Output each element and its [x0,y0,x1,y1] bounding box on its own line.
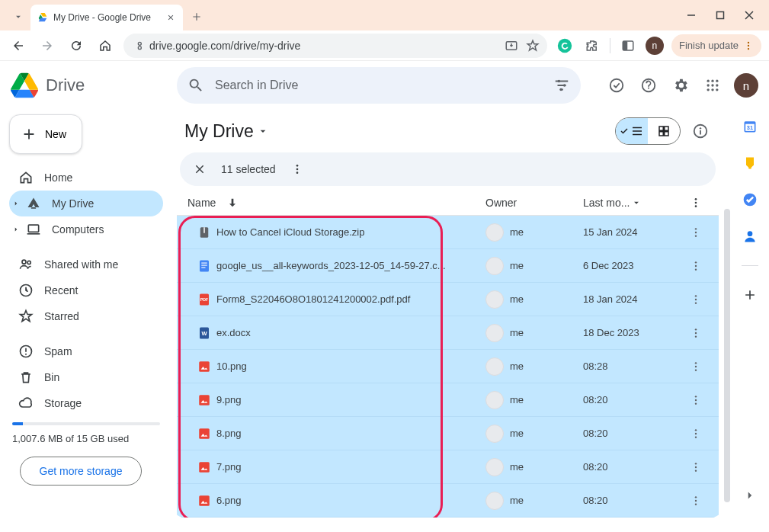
file-row[interactable]: Wex.docxme18 Dec 2023 [177,316,719,350]
svg-rect-43 [203,227,205,233]
file-list[interactable]: How to Cancel iCloud Storage.zipme15 Jan… [177,216,719,518]
sidebar-item-starred[interactable]: Starred [9,303,163,329]
file-more-button[interactable] [682,428,710,440]
sidebar-item-recent[interactable]: Recent [9,277,163,303]
clear-selection-button[interactable] [191,160,209,178]
nav-home[interactable] [95,35,116,56]
toolbar-divider [610,38,610,53]
file-type-icon [186,460,216,474]
side-panel-button[interactable] [618,36,638,56]
browser-tab[interactable]: My Drive - Google Drive [30,5,183,30]
new-tab-button[interactable] [186,6,207,27]
contacts-addon[interactable] [742,229,758,244]
account-avatar[interactable]: n [734,73,758,98]
browser-profile[interactable]: n [646,37,664,55]
file-more-button[interactable] [682,293,710,306]
grid-view-button[interactable] [648,118,680,144]
file-more-button[interactable] [682,260,710,272]
tab-close-button[interactable] [165,11,177,24]
sidebar-item-spam[interactable]: Spam [9,338,163,364]
sidebar-item-label: Home [44,171,72,184]
file-more-button[interactable] [682,394,710,406]
details-button[interactable] [690,120,711,142]
selection-more-button[interactable] [288,160,306,178]
file-row[interactable]: google_us__all-keywords_2023-12-05_14-59… [177,249,719,283]
svg-point-78 [695,466,697,467]
gear-icon [672,77,689,94]
bookmark-star-icon[interactable] [526,39,540,53]
extensions-button[interactable] [582,36,602,56]
file-row[interactable]: 6.pngme08:20 [177,484,719,518]
file-row[interactable]: PDFForm8_S22046O8O1801241200002.pdf.pdfm… [177,283,719,316]
more-vert-icon [690,226,702,239]
nav-reload[interactable] [66,35,87,56]
col-name[interactable]: Name [187,197,216,209]
svg-point-4 [558,38,572,52]
finish-update-button[interactable]: Finish update [671,34,761,57]
svg-rect-24 [28,225,38,232]
file-modified: 08:20 [583,394,682,405]
file-name: 7.png [216,461,485,473]
search-icon [187,77,204,94]
drive-logo[interactable]: Drive [11,72,171,99]
file-more-button[interactable] [682,226,710,239]
dropdown-caret-icon[interactable] [631,197,642,208]
file-more-button[interactable] [682,461,710,473]
addons-get[interactable] [742,287,758,303]
sidebar-item-bin[interactable]: Bin [9,364,163,390]
nav-back[interactable] [8,35,29,56]
col-owner[interactable]: Owner [485,197,517,209]
more-vert-icon [291,163,303,175]
grammarly-extension[interactable] [555,36,575,56]
settings-button[interactable] [670,75,691,96]
panel-collapse[interactable] [743,489,757,518]
sidebar-item-computers[interactable]: Computers [9,216,163,242]
file-more-button[interactable] [682,361,710,373]
offline-ready-button[interactable] [606,75,627,96]
svg-text:31: 31 [747,124,753,131]
file-row[interactable]: 8.pngme08:20 [177,417,719,450]
install-app-icon[interactable] [505,39,518,53]
plus-icon [21,126,37,143]
file-more-button[interactable] [682,495,710,507]
url-bar[interactable]: drive.google.com/drive/my-drive [123,34,547,58]
sidebar-item-storage[interactable]: Storage [9,390,163,416]
drive-header: Drive Search in Drive n [0,61,769,110]
file-owner: me [485,223,583,242]
get-storage-button[interactable]: Get more storage [20,457,142,486]
sidebar-item-mydrive[interactable]: My Drive [9,191,163,216]
file-row[interactable]: 7.pngme08:20 [177,450,719,484]
update-label: Finish update [679,40,739,51]
file-row[interactable]: How to Cancel iCloud Storage.zipme15 Jan… [177,216,719,249]
svg-point-71 [695,402,697,404]
sidebar-item-shared[interactable]: Shared with me [9,252,163,277]
tasks-addon[interactable] [742,192,758,207]
window-close[interactable] [742,8,757,23]
cloud-icon [18,396,34,411]
col-actions-menu[interactable] [682,197,710,209]
svg-rect-64 [199,361,210,372]
col-modified[interactable]: Last mo... [583,197,630,209]
tabs-dropdown[interactable] [9,8,27,26]
file-more-button[interactable] [682,327,710,339]
keep-addon[interactable] [742,155,758,171]
sidebar-item-home[interactable]: Home [9,165,163,191]
arrow-right-icon [40,39,54,53]
site-info-icon[interactable] [131,40,143,52]
support-button[interactable] [638,75,659,96]
owner-avatar-icon [485,257,504,275]
window-minimize[interactable] [684,8,699,23]
search-bar[interactable]: Search in Drive [177,67,581,104]
nav-forward[interactable] [37,35,58,56]
calendar-addon[interactable]: 31 [742,119,758,134]
sort-down-icon[interactable] [226,197,239,209]
window-maximize[interactable] [713,8,728,23]
scrollbar-thumb[interactable] [724,209,730,502]
file-row[interactable]: 10.pngme08:28 [177,350,719,383]
new-button[interactable]: New [9,114,82,154]
list-view-button[interactable] [616,118,648,144]
apps-button[interactable] [702,75,723,96]
file-row[interactable]: 9.pngme08:20 [177,383,719,417]
search-options-icon[interactable] [553,77,570,94]
location-title[interactable]: My Drive [184,121,269,142]
